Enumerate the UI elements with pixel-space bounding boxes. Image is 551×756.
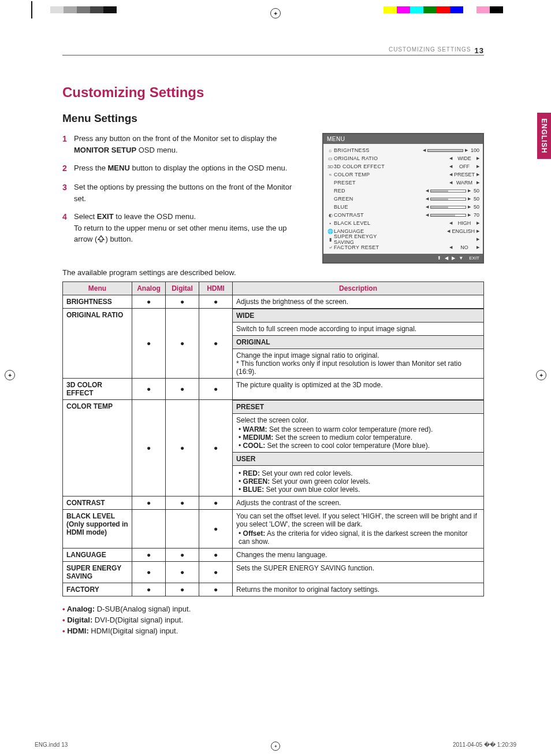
row-factory: FACTORY ● ● ● Returns the monitor to ori…	[63, 583, 484, 596]
osd-row: ≈COLOR TEMP◀PRESET▶	[327, 171, 479, 179]
osd-row: RED◀▶50	[327, 187, 479, 195]
row-language: LANGUAGE ● ● ● Changes the menu language…	[63, 549, 484, 562]
settings-table: Menu Analog Digital HDMI Description BRI…	[62, 281, 484, 596]
footer-timestamp: 2011-04-05 �� 1:20:39	[453, 742, 516, 748]
running-header: CUSTOMIZING SETTINGS 13	[62, 46, 484, 55]
col-digital: Digital	[166, 282, 199, 295]
crosshair-icon	[270, 8, 281, 18]
language-tab: ENGLISH	[537, 113, 551, 159]
up-arrow-icon	[97, 234, 105, 246]
input-legend: Analog: D-SUB(Analog signal) input. Digi…	[62, 605, 484, 635]
print-registration-strip	[0, 6, 551, 14]
osd-row: ☼BRIGHTNESS◀▶100	[327, 146, 479, 154]
osd-row: ▪BLACK LEVEL◀HIGH▶	[327, 219, 479, 227]
osd-menu-panel: MENU ☼BRIGHTNESS◀▶100▭ORIGINAL RATIO◀WID…	[322, 133, 484, 264]
right-arrow-icon: ▶	[452, 255, 455, 261]
row-brightness: BRIGHTNESS ● ● ● Adjusts the brightness …	[63, 295, 484, 309]
osd-row: ▭ORIGINAL RATIO◀WIDE▶	[327, 154, 479, 162]
up-arrow-icon: ⬆	[437, 255, 441, 261]
crosshair-icon	[271, 742, 280, 751]
left-arrow-icon: ◀	[445, 255, 448, 261]
step-4: 4 Select EXIT to leave the OSD menu. To …	[62, 211, 296, 245]
row-color-temp: COLOR TEMP ● ● ● PRESET Select the scree…	[63, 400, 484, 496]
osd-row: ⤶FACTORY RESET◀NO▶	[327, 243, 479, 251]
page: ENGLISH CUSTOMIZING SETTINGS 13 Customiz…	[0, 0, 551, 756]
print-footer: ENG.indd 13 2011-04-05 �� 1:20:39	[35, 742, 516, 748]
osd-row: GREEN◀▶50	[327, 195, 479, 203]
section-name: CUSTOMIZING SETTINGS	[389, 46, 471, 55]
section-title: Menu Settings	[62, 112, 484, 125]
page-title: Customizing Settings	[62, 84, 484, 101]
row-super-energy-saving: SUPER ENERGY SAVING ● ● ● Sets the SUPER…	[63, 562, 484, 583]
down-arrow-icon: ▼	[459, 255, 463, 261]
row-3d-color: 3D COLOR EFFECT ● ● ● The picture qualit…	[63, 379, 484, 400]
osd-row: ▮SUPER ENEYGY SAVING▶	[327, 235, 479, 243]
row-contrast: CONTRAST ● ● ● Adjusts the contrast of t…	[63, 496, 484, 510]
osd-footer: ⬆ ◀ ▶ ▼ EXIT	[323, 254, 483, 262]
osd-row: PRESET◀WARM▶	[327, 179, 479, 187]
crosshair-icon	[5, 370, 15, 380]
step-1: 1 Press any button on the front of the M…	[62, 133, 296, 155]
osd-row: ◐CONTRAST◀▶70	[327, 211, 479, 219]
footer-file: ENG.indd 13	[35, 742, 68, 748]
col-hdmi: HDMI	[199, 282, 233, 295]
col-description: Description	[233, 282, 484, 295]
step-2: 2 Press the MENU button to display the o…	[62, 162, 296, 175]
page-number: 13	[475, 46, 484, 55]
osd-nav-icons: ⬆ ◀ ▶ ▼	[437, 255, 463, 261]
osd-exit-label: EXIT	[469, 255, 479, 261]
steps-list: 1 Press any button on the front of the M…	[62, 133, 296, 245]
step-3: 3 Set the options by pressing the button…	[62, 181, 296, 204]
osd-row: 3D3D COLOR EFFECT◀OFF▶	[327, 162, 479, 171]
col-analog: Analog	[132, 282, 166, 295]
crosshair-icon	[536, 370, 546, 380]
osd-title: MENU	[323, 134, 483, 144]
row-original-ratio: ORIGINAL RATIO ● ● ● WIDE Switch to full…	[63, 309, 484, 379]
row-black-level: BLACK LEVEL (Only supported in HDMI mode…	[63, 510, 484, 549]
col-menu: Menu	[63, 282, 132, 295]
osd-row: BLUE◀▶50	[327, 203, 479, 211]
available-text: The available program settings are descr…	[62, 268, 484, 277]
